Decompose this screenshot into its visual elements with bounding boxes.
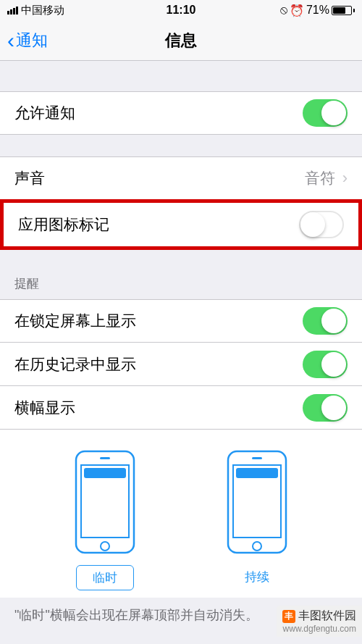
phone-temporary-icon bbox=[72, 448, 138, 556]
watermark-icon: 丰 bbox=[282, 610, 295, 623]
signal-icon bbox=[7, 7, 18, 14]
history-switch[interactable] bbox=[303, 351, 348, 378]
svg-rect-8 bbox=[252, 457, 262, 459]
banner-style-row: 临时 持续 bbox=[0, 430, 362, 598]
carrier-label: 中国移动 bbox=[21, 4, 64, 17]
history-cell[interactable]: 在历史记录中显示 bbox=[0, 343, 362, 386]
sound-cell[interactable]: 声音 音符 › bbox=[0, 156, 362, 200]
battery-icon bbox=[332, 6, 355, 15]
status-time: 11:10 bbox=[167, 4, 196, 17]
svg-point-7 bbox=[253, 542, 261, 551]
battery-percent: 71% bbox=[306, 4, 329, 17]
highlight-box: 应用图标标记 bbox=[0, 199, 362, 250]
status-bar: 中国移动 11:10 ⦸ ⏰ 71% bbox=[0, 0, 362, 20]
alerts-section-header: 提醒 bbox=[0, 250, 362, 299]
nav-bar: ‹ 通知 信息 bbox=[0, 20, 362, 61]
badge-cell[interactable]: 应用图标标记 bbox=[4, 203, 358, 246]
history-label: 在历史记录中显示 bbox=[14, 354, 303, 375]
lock-screen-switch[interactable] bbox=[303, 307, 348, 335]
chevron-right-icon: › bbox=[342, 169, 348, 188]
badge-switch[interactable] bbox=[299, 211, 344, 238]
phone-persistent-icon bbox=[224, 448, 290, 556]
back-label: 通知 bbox=[16, 30, 48, 51]
sound-label: 声音 bbox=[14, 168, 305, 188]
page-title: 信息 bbox=[165, 30, 197, 51]
lock-screen-cell[interactable]: 在锁定屏幕上显示 bbox=[0, 299, 362, 343]
persistent-label: 持续 bbox=[229, 565, 285, 589]
allow-notifications-cell[interactable]: 允许通知 bbox=[0, 91, 362, 135]
chevron-left-icon: ‹ bbox=[7, 28, 14, 53]
svg-rect-9 bbox=[236, 468, 278, 478]
alarm-icon: ⏰ bbox=[290, 4, 304, 17]
watermark-url: www.dgfengtu.com bbox=[283, 624, 356, 634]
banner-style-temporary[interactable]: 临时 bbox=[72, 448, 138, 590]
allow-notifications-label: 允许通知 bbox=[14, 103, 303, 123]
back-button[interactable]: ‹ 通知 bbox=[7, 28, 48, 53]
banner-cell[interactable]: 横幅显示 bbox=[0, 386, 362, 430]
temporary-label: 临时 bbox=[76, 565, 134, 590]
rotation-lock-icon: ⦸ bbox=[280, 4, 287, 17]
svg-rect-4 bbox=[84, 468, 126, 478]
watermark: 丰 丰图软件园 www.dgfengtu.com bbox=[277, 606, 362, 637]
badge-label: 应用图标标记 bbox=[18, 214, 299, 235]
watermark-name: 丰图软件园 bbox=[298, 609, 356, 624]
svg-point-2 bbox=[101, 542, 109, 551]
sound-value: 音符 bbox=[305, 168, 335, 188]
svg-rect-3 bbox=[100, 457, 110, 459]
banner-style-persistent[interactable]: 持续 bbox=[224, 448, 290, 590]
banner-label: 横幅显示 bbox=[14, 398, 303, 418]
content: 允许通知 声音 音符 › 应用图标标记 提醒 在锁定屏幕上显示 在历史记录中显示… bbox=[0, 61, 362, 632]
allow-notifications-switch[interactable] bbox=[303, 99, 348, 127]
lock-screen-label: 在锁定屏幕上显示 bbox=[14, 311, 303, 331]
banner-switch[interactable] bbox=[303, 394, 348, 422]
